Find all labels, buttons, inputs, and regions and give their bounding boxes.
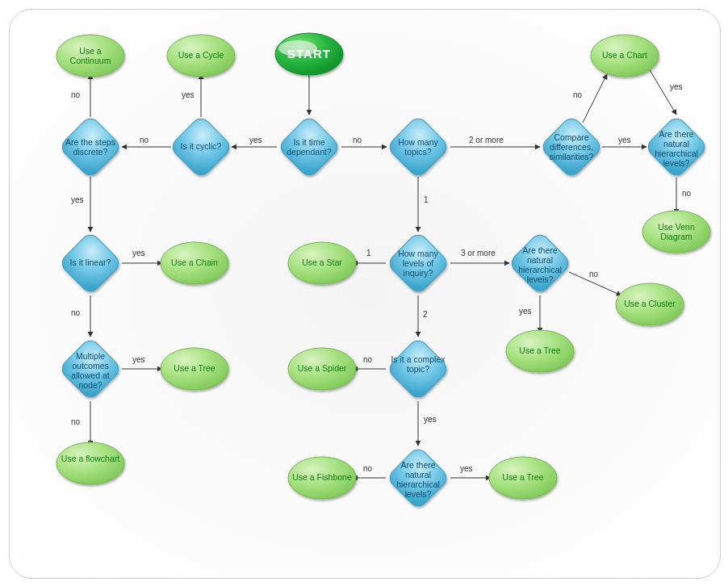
node-complex [386,337,450,400]
node-time [277,115,341,178]
node-levels [386,231,450,295]
node-tree-mid [506,330,574,372]
node-venn [642,211,710,253]
node-discrete [58,115,122,178]
node-linear [58,231,122,295]
svg-line-19 [569,272,621,295]
node-fishbone [288,457,356,499]
decision-nodes [58,40,708,510]
node-hier-right [644,115,708,178]
node-hier-bottom [386,446,450,509]
node-compare [539,115,603,178]
node-multi [58,337,122,400]
node-continuum [56,35,124,77]
node-tree-left [161,348,228,390]
node-spider [288,348,356,390]
outcome-nodes [56,33,710,499]
node-flowchart [56,442,124,484]
node-hier-mid [508,231,571,295]
flowchart-svg [10,10,720,578]
svg-line-13 [649,69,676,115]
node-tree-bottom [489,457,557,499]
node-cyclic [169,115,232,178]
node-chain [161,242,228,284]
node-cluster [616,283,684,325]
node-cycle [167,35,235,77]
svg-line-12 [583,74,607,123]
flowchart-canvas: START Use a Continuum Use a Cycle Use a … [9,9,721,579]
node-chart [591,35,659,77]
node-topics [386,115,450,178]
node-star [288,242,356,284]
svg-point-26 [278,40,317,57]
